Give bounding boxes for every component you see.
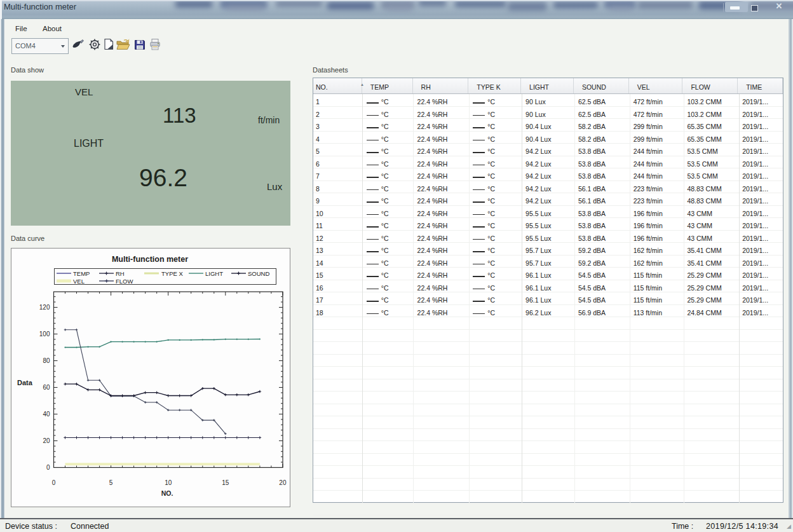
svg-text:120: 120 — [39, 304, 50, 311]
svg-text:RH: RH — [116, 270, 125, 277]
svg-text:15: 15 — [222, 479, 229, 486]
svg-text:TEMP: TEMP — [73, 270, 90, 277]
svg-text:5: 5 — [109, 479, 113, 486]
svg-text:FLOW: FLOW — [116, 278, 133, 285]
svg-text:NO.: NO. — [161, 489, 173, 497]
svg-text:SOUND: SOUND — [248, 270, 269, 277]
svg-text:100: 100 — [39, 331, 50, 338]
svg-text:Data: Data — [17, 379, 33, 386]
svg-text:20: 20 — [43, 437, 50, 444]
svg-text:0: 0 — [52, 479, 56, 486]
svg-text:Multi-function meter: Multi-function meter — [112, 255, 188, 264]
svg-text:80: 80 — [43, 357, 50, 364]
svg-text:LIGHT: LIGHT — [205, 270, 223, 277]
svg-text:60: 60 — [43, 384, 50, 391]
svg-text:TYPE X: TYPE X — [161, 270, 183, 277]
svg-text:VEL: VEL — [73, 278, 85, 285]
svg-text:10: 10 — [165, 479, 172, 486]
svg-text:40: 40 — [43, 411, 50, 418]
svg-text:0: 0 — [46, 464, 50, 471]
svg-text:20: 20 — [279, 479, 287, 486]
